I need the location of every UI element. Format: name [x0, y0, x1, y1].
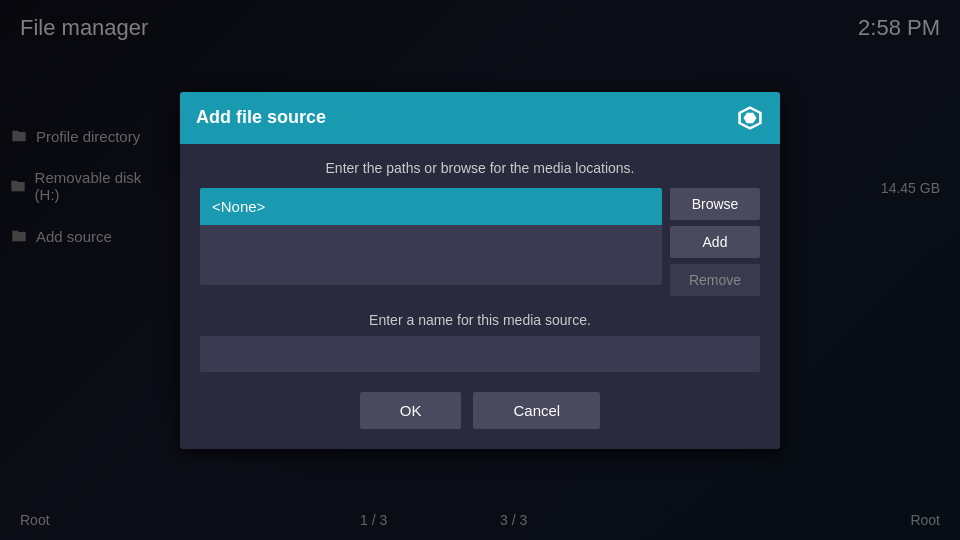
- source-name-input[interactable]: [200, 336, 760, 372]
- cancel-button[interactable]: Cancel: [473, 392, 600, 429]
- dialog-title: Add file source: [196, 107, 326, 128]
- remove-button[interactable]: Remove: [670, 264, 760, 296]
- add-file-source-dialog: Add file source Enter the paths or brows…: [180, 92, 780, 449]
- name-section: Enter a name for this media source.: [200, 312, 760, 372]
- path-action-buttons: Browse Add Remove: [670, 188, 760, 296]
- dialog-footer: OK Cancel: [200, 392, 760, 429]
- ok-button[interactable]: OK: [360, 392, 462, 429]
- path-section: <None> Browse Add Remove: [200, 188, 760, 296]
- browse-button[interactable]: Browse: [670, 188, 760, 220]
- modal-overlay: Add file source Enter the paths or brows…: [0, 0, 960, 540]
- dialog-instruction2: Enter a name for this media source.: [200, 312, 760, 328]
- dialog-instruction1: Enter the paths or browse for the media …: [200, 160, 760, 176]
- dialog-header: Add file source: [180, 92, 780, 144]
- dialog-close-button[interactable]: [736, 104, 764, 132]
- path-item-empty: [200, 225, 662, 285]
- add-path-button[interactable]: Add: [670, 226, 760, 258]
- path-item-none[interactable]: <None>: [200, 188, 662, 225]
- path-list: <None>: [200, 188, 662, 296]
- dialog-body: Enter the paths or browse for the media …: [180, 144, 780, 449]
